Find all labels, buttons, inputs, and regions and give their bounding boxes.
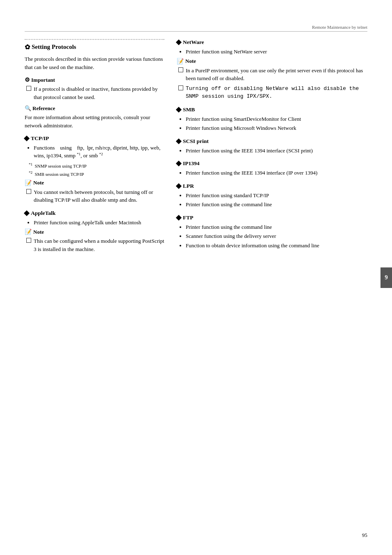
important-item-text: If a protocol is disabled or inactive, f… [34,85,164,101]
lpr-bullet-2: Printer function using the command line [186,200,367,209]
ftp-section: FTP Printer function using the command l… [177,214,367,250]
reference-title: 🔍 Reference [25,105,164,112]
netware-bullet-list: Printer function using NetWare server [177,48,367,56]
diamond-icon [24,135,30,141]
smb-bullet-1: Printer function using SmartDeviceMonito… [186,115,367,123]
checkbox-icon [178,85,183,90]
netware-note-title: 📝 Note [177,58,367,65]
checkbox-icon [26,238,31,243]
ftp-bullet-2: Scanner function using the delivery serv… [186,232,367,240]
chapter-number: 9 [385,274,388,281]
tcpip-title: TCP/IP [25,135,164,142]
dotted-rule [25,39,164,40]
scsiprint-bullet-1: Printer function using the IEEE 1394 int… [186,147,367,155]
ftp-bullet-3: Function to obtain device information us… [186,242,367,250]
scsiprint-title: SCSI print [177,138,367,145]
tcpip-note-title: 📝 Note [25,180,164,187]
header-text: Remote Maintenance by telnet [312,25,367,30]
netware-note-item-2: Turning off or disabling NetWare will al… [177,85,367,101]
tcpip-bullet-1: Functions using ftp, lpr, rsh/rcp, dipri… [34,144,164,160]
smb-bullet-list: Printer function using SmartDeviceMonito… [177,115,367,132]
gear-icon: ✿ [25,43,30,51]
netware-section: NetWare Printer function using NetWare s… [177,39,367,101]
important-title: ⚙ Important [25,76,164,83]
page-number: 95 [362,532,367,539]
diamond-icon [176,106,182,112]
tcpip-note-item-1: You cannot switch between protocols, but… [25,188,164,204]
netware-note-text-2: Turning off or disabling NetWare will al… [186,85,367,101]
footnote-2: *2 SMB session using TCP/IP [29,170,164,177]
checkbox-icon [26,189,31,194]
lpr-section: LPR Printer function using standard TCP/… [177,183,367,209]
appletalk-bullet-list: Printer function using AppleTalk under M… [25,219,164,227]
checkbox-icon [26,86,31,91]
ip1394-section: IP1394 Printer function using the IEEE 1… [177,160,367,177]
checkbox-icon [178,67,183,72]
page-header: Remote Maintenance by telnet [25,25,367,32]
netware-title: NetWare [177,39,367,46]
diamond-icon [176,161,182,166]
ip1394-bullet-1: Printer function using the IEEE 1394 int… [186,169,367,177]
ftp-bullet-list: Printer function using the command line … [177,223,367,250]
lpr-bullet-1: Printer function using standard TCP/IP [186,191,367,200]
note-icon-3: 📝 [177,58,184,65]
tcpip-footnotes: *1 SNMP session using TCP/IP *2 SMB sess… [25,162,164,177]
lpr-bullet-list: Printer function using standard TCP/IP P… [177,191,367,209]
important-item-1: If a protocol is disabled or inactive, f… [25,85,164,101]
important-icon: ⚙ [25,76,30,83]
scsiprint-section: SCSI print Printer function using the IE… [177,138,367,155]
netware-note: 📝 Note In a PureIP environment, you can … [177,58,367,101]
reference-icon: 🔍 [25,105,31,112]
appletalk-note-title: 📝 Note [25,228,164,235]
ftp-title: FTP [177,214,367,221]
tcpip-bullet-list: Functions using ftp, lpr, rsh/rcp, dipri… [25,144,164,160]
lpr-title: LPR [177,183,367,189]
appletalk-bullet-1: Printer function using AppleTalk under M… [34,219,164,227]
chapter-tab: 9 [380,267,392,288]
netware-note-item-1: In a PureIP environment, you can use onl… [177,67,367,83]
left-column: ✿ Setting Protocols The protocols descri… [25,39,164,259]
ftp-bullet-1: Printer function using the command line [186,223,367,231]
appletalk-note: 📝 Note This can be configured when a mod… [25,228,164,253]
diamond-icon [176,183,182,189]
reference-text: For more information about setting proto… [25,113,164,130]
netware-bullet-1: Printer function using NetWare server [186,48,367,56]
important-box: ⚙ Important If a protocol is disabled or… [25,76,164,101]
tcpip-section: TCP/IP Functions using ftp, lpr, rsh/rcp… [25,135,164,204]
diamond-icon [176,39,182,45]
smb-section: SMB Printer function using SmartDeviceMo… [177,106,367,132]
section-intro: The protocols described in this section … [25,55,164,71]
footnote-1: *1 SNMP session using TCP/IP [29,162,164,169]
diamond-icon [176,214,182,220]
smb-bullet-2: Printer function using Microsoft Windows… [186,124,367,132]
page: Remote Maintenance by telnet ✿ Setting P… [0,0,392,555]
reference-box: 🔍 Reference For more information about s… [25,105,164,130]
ip1394-bullet-list: Printer function using the IEEE 1394 int… [177,169,367,177]
diamond-icon [24,210,30,216]
smb-title: SMB [177,106,367,113]
tcpip-note: 📝 Note You cannot switch between protoco… [25,180,164,204]
content-area: ✿ Setting Protocols The protocols descri… [25,39,367,259]
netware-note-text-1: In a PureIP environment, you can use onl… [186,67,367,83]
appletalk-section: AppleTalk Printer function using AppleTa… [25,210,164,253]
diamond-icon [176,138,182,144]
appletalk-note-item-1: This can be configured when a module sup… [25,237,164,253]
scsiprint-bullet-list: Printer function using the IEEE 1394 int… [177,147,367,155]
ip1394-title: IP1394 [177,160,367,167]
note-icon-2: 📝 [25,228,32,235]
note-icon: 📝 [25,180,32,187]
right-column: NetWare Printer function using NetWare s… [177,39,367,259]
tcpip-note-text: You cannot switch between protocols, but… [34,188,164,204]
appletalk-note-text: This can be configured when a module sup… [34,237,164,253]
appletalk-title: AppleTalk [25,210,164,216]
section-title: ✿ Setting Protocols [25,43,164,51]
